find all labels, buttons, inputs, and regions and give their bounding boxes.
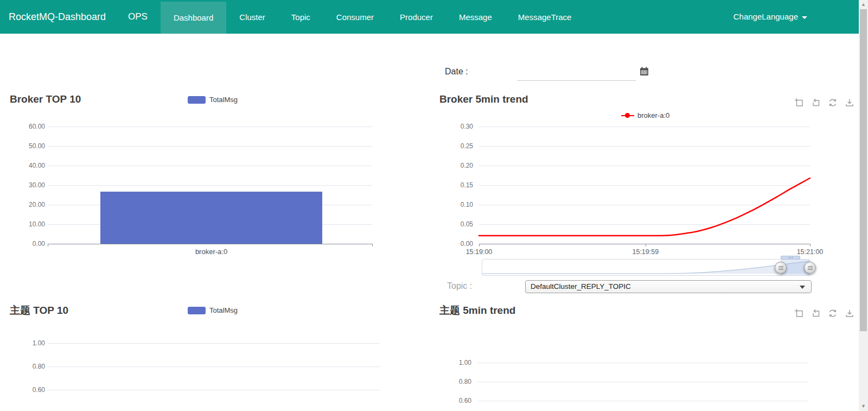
y-axis-label: 60.00	[7, 122, 45, 131]
y-axis-label: 0.80	[7, 362, 45, 371]
zoom-reset-icon[interactable]	[810, 308, 821, 318]
nav-tab-message[interactable]: Message	[446, 0, 505, 34]
y-axis-label: 10.00	[7, 220, 45, 229]
y-axis-label: 0.20	[435, 161, 473, 170]
y-axis-label: 0.30	[435, 122, 473, 131]
y-axis-label: 30.00	[7, 181, 45, 189]
datazoom-move-handle[interactable]	[781, 256, 800, 260]
gridline	[48, 185, 372, 186]
y-axis-label: 0.25	[435, 142, 473, 150]
gridline	[48, 343, 380, 344]
nav-tab-topic[interactable]: Topic	[278, 0, 323, 34]
nav-tab-messagetrace[interactable]: MessageTrace	[505, 0, 585, 34]
bar-broker-a:0	[100, 192, 322, 244]
broker-top10-legend[interactable]: TotalMsg	[188, 96, 238, 104]
save-image-icon[interactable]	[844, 308, 855, 318]
navbar: RocketMQ-Dashboard OPSDashboardClusterTo…	[0, 0, 859, 34]
nav-tab-consumer[interactable]: Consumer	[323, 0, 387, 34]
gridline	[477, 363, 808, 363]
topic-select-value: DefaultCluster_REPLY_TOPIC	[531, 282, 631, 290]
broker-5min-trend-title: Broker 5min trend	[439, 92, 528, 106]
x-axis-label: broker-a:0	[195, 248, 227, 256]
y-axis-label: 20.00	[7, 200, 45, 209]
y-axis-label: 1.00	[433, 358, 471, 367]
change-language-menu[interactable]: ChangeLanguage	[733, 0, 807, 34]
topic-select[interactable]: DefaultCluster_REPLY_TOPIC	[525, 280, 812, 293]
y-axis-label: 0.60	[433, 396, 471, 405]
broker-top10-title: Broker TOP 10	[10, 92, 81, 106]
gridline	[48, 390, 380, 390]
gridline	[48, 127, 372, 127]
y-axis-label: 0.10	[435, 200, 473, 209]
scroll-up-arrow[interactable]: ▲	[859, 0, 868, 9]
datazoom-left-handle[interactable]	[775, 262, 787, 274]
date-label: Date :	[445, 67, 468, 77]
save-image-icon[interactable]	[844, 98, 855, 108]
y-axis-label: 40.00	[7, 161, 45, 170]
scroll-down-arrow[interactable]: ▼	[859, 402, 868, 411]
zoom-select-icon[interactable]	[794, 308, 805, 318]
chart-toolbox-broker-trend	[794, 98, 855, 108]
date-input[interactable]	[517, 68, 636, 81]
topic-5min-trend-title: 主题 5min trend	[439, 303, 515, 318]
gridline	[48, 166, 372, 166]
datazoom-right-handle[interactable]	[804, 262, 816, 274]
axis-tick	[48, 244, 48, 246]
page-scrollbar[interactable]: ▲ ▼	[859, 0, 868, 411]
topic-top10-legend[interactable]: TotalMsg	[188, 306, 238, 314]
gridline	[48, 366, 380, 367]
x-axis-label: 15:19:59	[632, 248, 659, 256]
x-axis-label: 15:19:00	[466, 248, 493, 256]
y-axis-label: 0.60	[7, 385, 45, 394]
zoom-reset-icon[interactable]	[810, 98, 821, 108]
zoom-select-icon[interactable]	[794, 98, 805, 108]
topic-label: Topic :	[447, 281, 472, 291]
x-axis-label: 15:21:00	[797, 248, 824, 256]
nav-tabs: OPSDashboardClusterTopicConsumerProducer…	[115, 0, 584, 34]
y-axis-label: 0.80	[433, 377, 471, 386]
nav-tab-producer[interactable]: Producer	[387, 0, 446, 34]
nav-tab-ops[interactable]: OPS	[115, 0, 161, 34]
y-axis-label: 0.00	[7, 239, 45, 248]
nav-tab-cluster[interactable]: Cluster	[226, 0, 278, 34]
y-axis-label: 50.00	[7, 142, 45, 150]
legend-label: broker-a:0	[637, 111, 669, 119]
change-language-label: ChangeLanguage	[733, 12, 798, 21]
legend-line-marker	[621, 115, 634, 116]
topic-top10-title: 主题 TOP 10	[10, 303, 68, 318]
y-axis-label: 0.05	[435, 220, 473, 229]
legend-label: TotalMsg	[209, 306, 238, 314]
legend-dot	[625, 113, 630, 118]
trend-line	[478, 125, 811, 245]
gridline	[477, 401, 808, 401]
gridline	[477, 382, 808, 382]
nav-tab-dashboard[interactable]: Dashboard	[161, 2, 226, 34]
datazoom-preview	[482, 260, 809, 275]
caret-down-icon	[802, 16, 807, 19]
caret-down-icon	[800, 286, 805, 289]
legend-label: TotalMsg	[209, 96, 238, 104]
axis-tick	[372, 244, 373, 246]
chart-toolbox-topic-trend	[794, 308, 855, 318]
broker-5min-legend[interactable]: broker-a:0	[621, 111, 669, 119]
y-axis-label: 0.00	[435, 239, 473, 248]
scrollbar-thumb[interactable]	[860, 9, 867, 331]
gridline	[48, 146, 372, 147]
restore-icon[interactable]	[827, 98, 838, 108]
app-title: RocketMQ-Dashboard	[9, 0, 106, 34]
legend-swatch	[188, 96, 206, 104]
restore-icon[interactable]	[827, 308, 838, 318]
calendar-icon[interactable]	[639, 66, 649, 77]
legend-swatch	[188, 307, 206, 314]
y-axis-label: 1.00	[7, 339, 45, 347]
y-axis-label: 0.15	[435, 181, 473, 189]
